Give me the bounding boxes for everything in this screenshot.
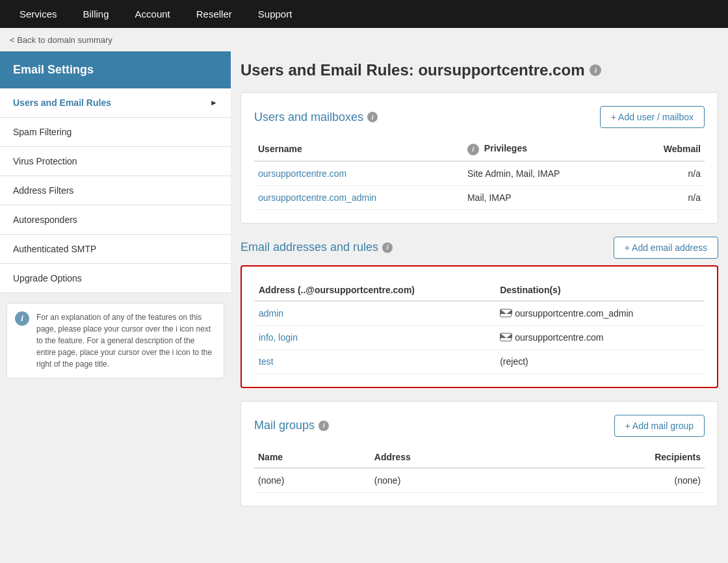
sidebar-item-spam-filtering[interactable]: Spam Filtering — [0, 118, 231, 147]
address-link[interactable]: test — [259, 356, 274, 367]
address-cell: (none) — [370, 468, 521, 493]
col-address: Address (..@oursupportcentre.com) — [255, 280, 496, 301]
username-link[interactable]: oursupportcentre.com — [258, 168, 346, 179]
address-cell: info, login — [255, 325, 496, 349]
email-rules-outer: Email addresses and rules i + Add email … — [240, 237, 718, 388]
page-title-bar: Users and Email Rules: oursupportcentre.… — [240, 51, 718, 92]
email-rules-section-title: Email addresses and rules i — [240, 241, 393, 254]
page-title-info-icon[interactable]: i — [590, 64, 601, 76]
table-row: (none) (none) (none) — [254, 468, 705, 493]
users-section-header: Users and mailboxes i + Add user / mailb… — [254, 106, 705, 128]
main-content: Users and Email Rules: oursupportcentre.… — [231, 51, 728, 563]
sidebar-item-label: Autoresponders — [13, 215, 77, 225]
destination-content: oursupportcentre.com_admin — [500, 308, 700, 319]
mail-icon — [500, 333, 512, 341]
sidebar-item-authenticated-smtp[interactable]: Authenticated SMTP — [0, 235, 231, 264]
username-cell: oursupportcentre.com — [254, 161, 463, 186]
email-rules-header-row: Address (..@oursupportcentre.com) Destin… — [255, 280, 704, 301]
email-rules-info-icon[interactable]: i — [382, 242, 393, 253]
col-recipients: Recipients — [521, 447, 705, 468]
mail-groups-section-header: Mail groups i + Add mail group — [254, 415, 705, 437]
col-webmail: Webmail — [630, 138, 705, 161]
col-destination: Destination(s) — [496, 280, 704, 301]
email-rules-card: Address (..@oursupportcentre.com) Destin… — [240, 265, 718, 388]
table-row: oursupportcentre.com_admin Mail, IMAP n/… — [254, 185, 705, 209]
users-mailboxes-card: Users and mailboxes i + Add user / mailb… — [240, 92, 718, 224]
sidebar-item-label: Address Filters — [13, 185, 73, 196]
address-cell: admin — [255, 301, 496, 326]
email-rules-section-header: Email addresses and rules i + Add email … — [240, 237, 718, 259]
address-cell: test — [255, 349, 496, 373]
add-mail-group-button[interactable]: + Add mail group — [614, 415, 705, 437]
name-cell: (none) — [254, 468, 370, 493]
back-to-domain-link[interactable]: < Back to domain summary — [10, 35, 112, 45]
nav-item-support[interactable]: Support — [245, 0, 306, 28]
destination-content: oursupportcentre.com — [500, 332, 700, 343]
nav-item-services[interactable]: Services — [6, 0, 70, 28]
col-name: Name — [254, 447, 370, 468]
col-privileges: i Privileges — [463, 138, 630, 161]
table-row: info, login oursupportcentre.com — [255, 325, 704, 349]
destination-cell: (reject) — [496, 349, 704, 373]
privileges-cell: Mail, IMAP — [463, 185, 630, 209]
mail-groups-header-row: Name Address Recipients — [254, 447, 705, 468]
users-table-header-row: Username i Privileges Webmail — [254, 138, 705, 161]
nav-item-account[interactable]: Account — [122, 0, 183, 28]
sidebar-item-address-filters[interactable]: Address Filters — [0, 176, 231, 205]
back-link-container: < Back to domain summary — [0, 28, 728, 51]
table-row: oursupportcentre.com Site Admin, Mail, I… — [254, 161, 705, 186]
privileges-info-icon[interactable]: i — [467, 144, 479, 155]
nav-item-billing[interactable]: Billing — [70, 0, 122, 28]
sidebar-item-label: Users and Email Rules — [13, 98, 111, 108]
destination-cell: oursupportcentre.com — [496, 325, 704, 349]
page-layout: Email Settings Users and Email Rules ► S… — [0, 51, 728, 563]
info-icon: i — [15, 311, 29, 326]
email-rules-table: Address (..@oursupportcentre.com) Destin… — [255, 280, 704, 374]
info-box: i For an explanation of any of the featu… — [6, 303, 224, 378]
webmail-cell: n/a — [630, 161, 705, 186]
mail-icon — [500, 309, 512, 317]
sidebar-item-label: Authenticated SMTP — [13, 244, 96, 254]
users-section-title: Users and mailboxes i — [254, 111, 378, 124]
sidebar-item-label: Spam Filtering — [13, 127, 72, 137]
table-row: test (reject) — [255, 349, 704, 373]
add-user-mailbox-button[interactable]: + Add user / mailbox — [600, 106, 705, 128]
sidebar-item-virus-protection[interactable]: Virus Protection — [0, 147, 231, 176]
recipients-cell: (none) — [521, 468, 705, 493]
sidebar: Email Settings Users and Email Rules ► S… — [0, 51, 231, 563]
mail-groups-card: Mail groups i + Add mail group Name Addr… — [240, 401, 718, 506]
destination-cell: oursupportcentre.com_admin — [496, 301, 704, 326]
address-link[interactable]: admin — [259, 308, 283, 319]
mail-groups-table: Name Address Recipients (none) (none) (n… — [254, 447, 705, 493]
sidebar-header: Email Settings — [0, 51, 231, 88]
info-box-text: For an explanation of any of the feature… — [36, 313, 212, 369]
top-navigation: Services Billing Account Reseller Suppor… — [0, 0, 728, 28]
sidebar-item-upgrade-options[interactable]: Upgrade Options — [0, 264, 231, 293]
mail-groups-section-title: Mail groups i — [254, 419, 329, 432]
col-address: Address — [370, 447, 521, 468]
col-username: Username — [254, 138, 463, 161]
users-section-info-icon[interactable]: i — [367, 112, 378, 122]
username-cell: oursupportcentre.com_admin — [254, 185, 463, 209]
add-email-address-button[interactable]: + Add email address — [614, 237, 718, 259]
address-link[interactable]: info, login — [259, 332, 298, 343]
sidebar-item-autoresponders[interactable]: Autoresponders — [0, 205, 231, 235]
privileges-cell: Site Admin, Mail, IMAP — [463, 161, 630, 186]
sidebar-item-label: Upgrade Options — [13, 273, 82, 283]
page-title: Users and Email Rules: oursupportcentre.… — [240, 61, 584, 79]
mail-groups-info-icon[interactable]: i — [318, 421, 329, 431]
sidebar-item-label: Virus Protection — [13, 156, 77, 166]
username-link[interactable]: oursupportcentre.com_admin — [258, 192, 376, 203]
table-row: admin oursupportcentre.com_admin — [255, 301, 704, 326]
sidebar-item-users-and-email-rules[interactable]: Users and Email Rules ► — [0, 88, 231, 118]
chevron-right-icon: ► — [210, 98, 218, 107]
webmail-cell: n/a — [630, 185, 705, 209]
nav-item-reseller[interactable]: Reseller — [183, 0, 245, 28]
users-table: Username i Privileges Webmail oursupport… — [254, 138, 705, 210]
